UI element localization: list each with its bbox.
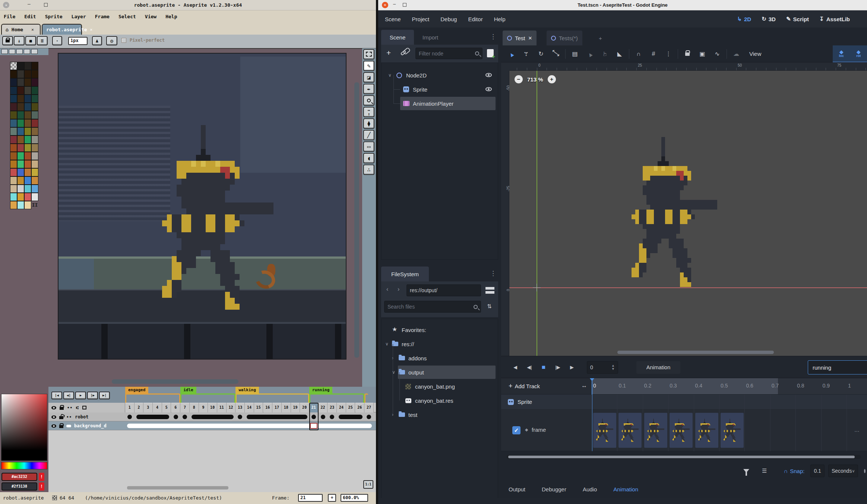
nav-back-icon[interactable]: ‹: [386, 286, 388, 293]
dock-menu-icon[interactable]: ⋮: [490, 33, 496, 41]
fs-item-favorites-[interactable]: ★Favorites:: [382, 323, 498, 337]
palette-swatch-8[interactable]: [10, 78, 17, 86]
palette-swatch-15[interactable]: [31, 86, 38, 95]
lock-icon[interactable]: [2, 36, 13, 45]
palette-swatch-10[interactable]: [24, 78, 31, 86]
palette-swatch-12[interactable]: [10, 86, 17, 95]
frame-header-10[interactable]: 10: [208, 403, 217, 412]
contour-tool-icon[interactable]: ◖: [363, 153, 374, 163]
close-icon[interactable]: ✕: [90, 27, 93, 32]
palette-swatch-34[interactable]: [24, 127, 31, 135]
visibility-column-icon[interactable]: [51, 406, 56, 409]
palette-swatch-30[interactable]: [24, 119, 31, 127]
palette-swatch-70[interactable]: [24, 201, 31, 209]
palette-swatch-24[interactable]: [10, 111, 17, 119]
color-picker-box[interactable]: [1, 394, 47, 461]
cel[interactable]: [174, 415, 178, 419]
tag-walking[interactable]: walking: [235, 387, 259, 394]
hue-slider[interactable]: [1, 462, 47, 469]
palette-swatch-58[interactable]: [24, 176, 31, 185]
frame-plus-button[interactable]: +: [328, 494, 336, 502]
canvas-vscrollbar[interactable]: [354, 82, 359, 358]
region-select-icon[interactable]: ▲: [584, 51, 595, 57]
frame-header-12[interactable]: 12: [227, 403, 236, 412]
view-menu-button[interactable]: View: [746, 51, 765, 57]
scale-icon[interactable]: ↖↘: [550, 50, 561, 58]
fs-item-canyon-bat-res[interactable]: canyon_bat.res: [382, 393, 498, 408]
ink-options-icon[interactable]: ≡: [37, 36, 48, 45]
timeline-expand-icon[interactable]: ↔: [581, 382, 587, 389]
palette-swatch-39[interactable]: [31, 135, 38, 144]
eye-icon[interactable]: [485, 87, 492, 91]
palette-swatch-32[interactable]: [10, 127, 17, 135]
brush-size-input[interactable]: 1px: [68, 37, 88, 45]
palette-swatch-5[interactable]: [17, 70, 24, 78]
filter-node-input[interactable]: Filter node: [415, 48, 482, 59]
sprite-canvas[interactable]: [58, 53, 347, 360]
bucket-tool-icon[interactable]: ⧫: [363, 118, 374, 129]
keyframe-0.2[interactable]: [644, 413, 667, 448]
skeleton-icon[interactable]: ∿: [712, 50, 723, 57]
prev-frame-button[interactable]: ◀|: [63, 392, 74, 399]
palette-swatch-62[interactable]: [24, 185, 31, 193]
palette-swatch-18[interactable]: [24, 95, 31, 103]
palette-swatch-43[interactable]: [31, 144, 38, 152]
symmetry-icon[interactable]: ◎: [106, 36, 117, 45]
timeline-hscrollbar[interactable]: [127, 486, 228, 489]
smart-snap-icon[interactable]: ∩: [633, 51, 644, 57]
zoom-input[interactable]: 600.0%: [341, 494, 368, 502]
loc-toggle[interactable]: ◆loc: [839, 50, 844, 58]
frame-header-27[interactable]: 27: [364, 403, 374, 412]
palette-swatch-41[interactable]: [17, 144, 24, 152]
palette-swatch-23[interactable]: [31, 103, 38, 111]
palette-swatch-45[interactable]: [17, 152, 24, 160]
marquee-tool-icon[interactable]: [363, 49, 374, 60]
palette-swatch-37[interactable]: [17, 135, 24, 144]
bottom-tab-debugger[interactable]: Debugger: [542, 486, 566, 492]
palette-swatch-28[interactable]: [10, 119, 17, 127]
palette-swatch-14[interactable]: [24, 86, 31, 95]
list-select-icon[interactable]: ▤: [569, 50, 580, 57]
group-tracks-icon[interactable]: ☰: [762, 468, 766, 474]
frame-header-8[interactable]: 8: [190, 403, 199, 412]
rectangle-tool-icon[interactable]: ▭: [363, 141, 374, 152]
tag-engaged[interactable]: engaged: [125, 387, 148, 394]
palette-option-button[interactable]: [16, 49, 23, 54]
palette-option-button[interactable]: [1, 49, 8, 54]
palette-swatch-35[interactable]: [31, 127, 38, 135]
palette-swatch-64[interactable]: [10, 193, 17, 201]
custom-icon[interactable]: ☁: [731, 50, 742, 57]
cel[interactable]: [367, 415, 371, 419]
next-frame-button[interactable]: |▶: [87, 392, 98, 399]
palette-swatch-13[interactable]: [17, 86, 24, 95]
cel-linked[interactable]: [247, 415, 307, 419]
palette-swatch-49[interactable]: [17, 160, 24, 168]
palette-swatch-52[interactable]: [10, 168, 17, 176]
menu-layer[interactable]: Layer: [72, 14, 86, 19]
cel-linked[interactable]: [192, 415, 234, 419]
palette-swatch-38[interactable]: [24, 135, 31, 144]
palette-swatch-61[interactable]: [17, 185, 24, 193]
zoom-fit-button[interactable]: 1:1: [363, 480, 373, 489]
palette-swatch-63[interactable]: [31, 185, 38, 193]
palette-swatch-6[interactable]: [24, 70, 31, 78]
path-input[interactable]: res://output/: [406, 284, 481, 296]
frame-track-row[interactable]: ✓ ◆ frame ⋯: [501, 409, 867, 451]
pan-icon[interactable]: ☞: [599, 50, 610, 57]
move-tool-icon[interactable]: ↔↕: [363, 107, 374, 117]
bottom-tab-audio[interactable]: Audio: [583, 486, 597, 492]
background-color-swatch[interactable]: #2f3138: [1, 482, 37, 491]
play-from-current-icon[interactable]: |▶: [551, 361, 564, 374]
scene-node-animationplayer[interactable]: AnimationPlayer: [382, 96, 498, 111]
fs-item-addons[interactable]: ›addons: [382, 351, 498, 365]
frame-header-7[interactable]: 7: [180, 403, 190, 412]
palette-swatch-21[interactable]: [17, 103, 24, 111]
track-group-row[interactable]: Sprite: [501, 395, 867, 409]
frame-header-22[interactable]: 22: [319, 403, 328, 412]
frame-header-14[interactable]: 14: [245, 403, 254, 412]
fs-item-output[interactable]: ∨output: [382, 365, 498, 379]
foreground-color-swatch[interactable]: #ac3232: [1, 473, 37, 481]
fs-item-test[interactable]: ›test: [382, 408, 498, 422]
layer-row-background[interactable]: background_d: [48, 421, 376, 430]
select-icon[interactable]: ▲: [506, 51, 517, 57]
